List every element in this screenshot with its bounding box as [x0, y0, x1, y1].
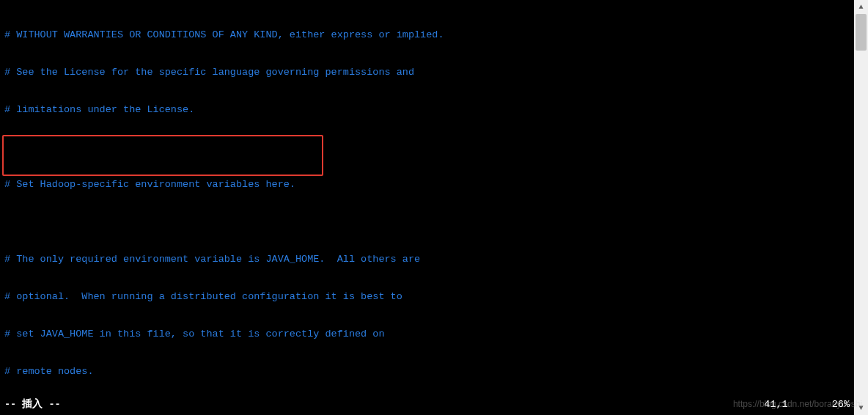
terminal-content[interactable]: # WITHOUT WARRANTIES OR CONDITIONS OF AN… — [0, 0, 854, 415]
vim-mode: -- 插入 -- — [4, 398, 61, 411]
comment-line: # Set Hadoop-specific environment variab… — [4, 178, 854, 191]
comment-line: # limitations under the License. — [4, 103, 854, 116]
vim-cursor-pos: 41,1 — [764, 399, 787, 410]
vim-status-line: -- 插入 -- 41,126% — [4, 398, 850, 411]
editor-viewport: # WITHOUT WARRANTIES OR CONDITIONS OF AN… — [0, 0, 868, 415]
blank-line — [4, 216, 854, 228]
scroll-up-button[interactable]: ▲ — [854, 0, 868, 14]
comment-line: # See the License for the specific langu… — [4, 66, 854, 78]
scroll-down-button[interactable]: ▼ — [854, 401, 868, 415]
comment-line: # remote nodes. — [4, 365, 854, 378]
comment-line: # optional. When running a distributed c… — [4, 290, 854, 303]
comment-line: # WITHOUT WARRANTIES OR CONDITIONS OF AN… — [4, 29, 854, 41]
scroll-track[interactable] — [854, 14, 868, 401]
scroll-thumb[interactable] — [856, 14, 867, 51]
comment-line: # set JAVA_HOME in this file, so that it… — [4, 328, 854, 340]
vim-position-info: 41,126% — [720, 398, 850, 411]
blank-line — [4, 141, 854, 153]
vertical-scrollbar[interactable]: ▲ ▼ — [854, 0, 868, 415]
comment-line: # The only required environment variable… — [4, 253, 854, 265]
vim-scroll-pct: 26% — [832, 399, 850, 410]
